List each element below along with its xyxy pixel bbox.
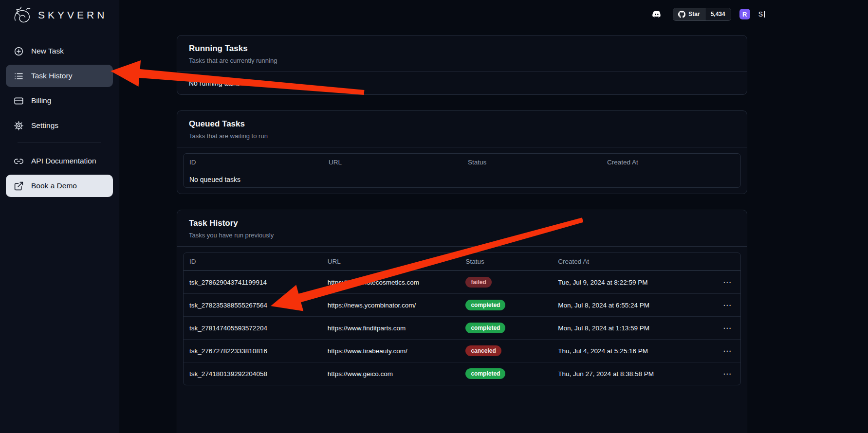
- sidebar-item-label: API Documentation: [31, 157, 96, 165]
- task-id: tsk_278629043741199914: [184, 271, 322, 293]
- task-actions: ⋯: [707, 340, 740, 362]
- github-star-widget[interactable]: Star 5,434: [673, 8, 731, 21]
- github-icon: [678, 11, 685, 18]
- task-id: tsk_274180139292204058: [184, 362, 322, 385]
- column-header-url: URL: [322, 253, 460, 270]
- task-status: completed: [460, 362, 552, 385]
- task-created-at: Mon, Jul 8, 2024 at 1:13:59 PM: [552, 317, 707, 339]
- credit-card-icon: [14, 96, 24, 106]
- sidebar-item-label: Settings: [31, 121, 58, 130]
- table-header-row: ID URL Status Created At: [184, 253, 740, 271]
- topbar: Star 5,434 R S: [119, 0, 868, 28]
- task-status: failed: [460, 271, 552, 293]
- gear-icon: [14, 121, 24, 131]
- brand-name: SKYVERN: [38, 9, 107, 21]
- link-icon: [14, 156, 24, 166]
- discord-icon[interactable]: [650, 8, 665, 20]
- sidebar-nav: New Task Task History Billing Settings: [0, 33, 119, 197]
- sidebar-item-task-history[interactable]: Task History: [6, 65, 113, 87]
- row-actions-button[interactable]: ⋯: [720, 299, 735, 311]
- queued-tasks-table: ID URL Status Created At No queued tasks: [183, 153, 741, 188]
- column-header-created-at: Created At: [552, 253, 707, 270]
- sidebar-item-label: Task History: [31, 72, 72, 80]
- task-created-at: Thu, Jun 27, 2024 at 8:38:58 PM: [552, 362, 707, 385]
- status-badge: failed: [465, 277, 491, 288]
- queued-tasks-card: Queued Tasks Tasks that are waiting to r…: [177, 110, 747, 194]
- running-tasks-header: Running Tasks Tasks that are currently r…: [177, 36, 747, 72]
- queued-tasks-header: Queued Tasks Tasks that are waiting to r…: [177, 111, 747, 147]
- github-star-label: Star: [688, 11, 700, 18]
- card-subtitle: Tasks that are currently running: [189, 57, 735, 64]
- no-running-tasks-message: No running tasks: [177, 72, 747, 94]
- card-title: Queued Tasks: [189, 119, 735, 129]
- column-header-status: Status: [460, 253, 552, 270]
- card-subtitle: Tasks that are waiting to run: [189, 132, 735, 140]
- task-url: https://www.geico.com: [322, 362, 460, 385]
- column-header-url: URL: [323, 154, 462, 171]
- task-id: tsk_278147405593572204: [184, 317, 322, 339]
- table-header-row: ID URL Status Created At: [184, 154, 740, 171]
- dragon-logo-icon: [11, 4, 33, 26]
- task-created-at: Tue, Jul 9, 2024 at 8:22:59 PM: [552, 271, 707, 293]
- task-id: tsk_278235388555267564: [184, 294, 322, 316]
- task-actions: ⋯: [707, 317, 740, 339]
- sidebar-item-api-documentation[interactable]: API Documentation: [6, 150, 113, 172]
- avatar[interactable]: R: [739, 9, 750, 19]
- task-history-header: Task History Tasks you have run previous…: [177, 210, 747, 247]
- user-name-partial: S: [758, 10, 765, 18]
- task-actions: ⋯: [707, 294, 740, 316]
- github-star-count[interactable]: 5,434: [705, 8, 731, 20]
- column-header-id: ID: [184, 253, 322, 270]
- row-actions-button[interactable]: ⋯: [720, 368, 735, 380]
- table-row[interactable]: tsk_274180139292204058 https://www.geico…: [184, 362, 740, 385]
- task-id: tsk_276727822333810816: [184, 340, 322, 362]
- sidebar: SKYVERN New Task Task History Billing: [0, 0, 119, 433]
- status-badge: completed: [465, 368, 505, 379]
- column-header-id: ID: [184, 154, 323, 171]
- card-title: Running Tasks: [189, 44, 735, 54]
- sidebar-item-label: Billing: [31, 96, 51, 105]
- task-actions: ⋯: [707, 362, 740, 385]
- status-badge: canceled: [465, 345, 501, 356]
- sidebar-item-label: New Task: [31, 47, 64, 55]
- card-subtitle: Tasks you have run previously: [189, 232, 735, 239]
- clipped-letter: [764, 11, 765, 18]
- table-row[interactable]: tsk_276727822333810816 https://www.tirab…: [184, 339, 740, 362]
- task-url: https://www.finditparts.com: [322, 317, 460, 339]
- task-created-at: Mon, Jul 8, 2024 at 6:55:24 PM: [552, 294, 707, 316]
- external-link-icon: [14, 181, 24, 191]
- task-url: https://news.ycombinator.com/: [322, 294, 460, 316]
- table-row[interactable]: tsk_278147405593572204 https://www.findi…: [184, 316, 740, 339]
- row-actions-button[interactable]: ⋯: [720, 276, 735, 289]
- status-badge: completed: [465, 323, 505, 333]
- task-status: completed: [460, 294, 552, 316]
- no-queued-tasks-message: No queued tasks: [184, 171, 246, 187]
- sidebar-item-label: Book a Demo: [31, 181, 77, 190]
- table-row[interactable]: tsk_278629043741199914 https://www.notec…: [184, 271, 740, 293]
- sidebar-item-settings[interactable]: Settings: [6, 114, 113, 137]
- task-history-card: Task History Tasks you have run previous…: [177, 210, 747, 433]
- main-content: Running Tasks Tasks that are currently r…: [119, 28, 868, 433]
- plus-circle-icon: [14, 46, 24, 56]
- task-url: https://www.tirabeauty.com/: [322, 340, 460, 362]
- table-row[interactable]: tsk_278235388555267564 https://news.ycom…: [184, 293, 740, 316]
- github-star-button[interactable]: Star: [673, 8, 704, 20]
- brand-logo[interactable]: SKYVERN: [0, 0, 119, 33]
- column-header-created-at: Created At: [601, 154, 740, 171]
- task-created-at: Thu, Jul 4, 2024 at 5:25:16 PM: [552, 340, 707, 362]
- task-status: canceled: [460, 340, 552, 362]
- task-url: https://www.notecosmetics.com: [322, 271, 460, 293]
- column-header-status: Status: [462, 154, 601, 171]
- sidebar-divider: [18, 143, 101, 143]
- list-icon: [14, 71, 24, 81]
- column-header-actions: [707, 253, 740, 270]
- sidebar-item-new-task[interactable]: New Task: [6, 40, 113, 62]
- task-actions: ⋯: [707, 271, 740, 293]
- no-queued-tasks-row: No queued tasks: [184, 171, 740, 187]
- row-actions-button[interactable]: ⋯: [720, 322, 735, 334]
- row-actions-button[interactable]: ⋯: [720, 345, 735, 357]
- status-badge: completed: [465, 300, 505, 310]
- card-title: Task History: [189, 218, 735, 228]
- sidebar-item-book-a-demo[interactable]: Book a Demo: [6, 175, 113, 197]
- sidebar-item-billing[interactable]: Billing: [6, 90, 113, 112]
